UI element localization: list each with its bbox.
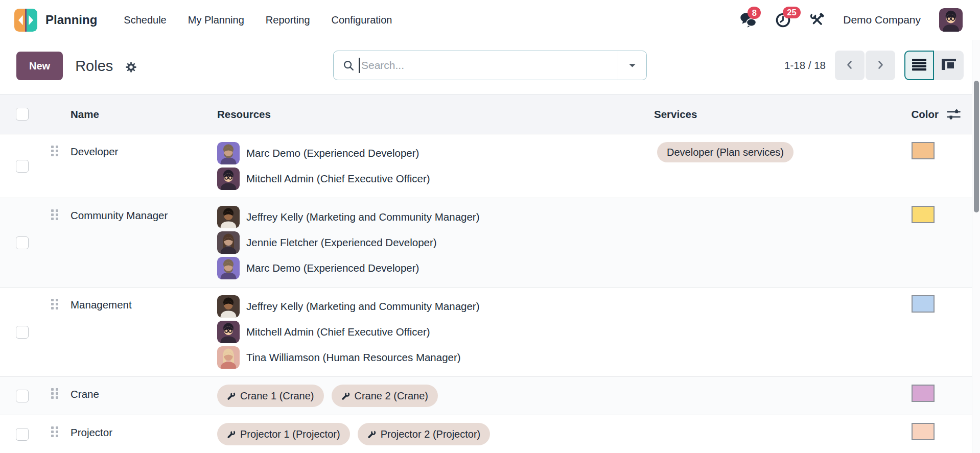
activities-icon[interactable]: 25 (775, 12, 791, 28)
drag-handle-icon[interactable] (51, 146, 58, 156)
header-services[interactable]: Services (654, 108, 907, 121)
tag-label: Crane 1 (Crane) (240, 390, 314, 402)
wrench-icon (227, 430, 236, 439)
row-checkbox[interactable] (16, 236, 29, 249)
control-panel: New Roles (0, 40, 980, 94)
avatar (217, 257, 240, 279)
row-checkbox[interactable] (16, 160, 29, 173)
company-switcher[interactable]: Demo Company (843, 14, 921, 26)
scrollbar-thumb[interactable] (974, 81, 979, 212)
breadcrumb-title: Roles (75, 58, 113, 75)
row-checkbox[interactable] (16, 326, 29, 339)
top-navbar: Planning Schedule My Planning Reporting … (0, 0, 980, 40)
user-avatar[interactable] (939, 8, 963, 32)
avatar (217, 231, 240, 254)
role-name: Crane (71, 388, 99, 400)
resource-line: Tina Williamson (Human Resources Manager… (217, 346, 654, 369)
resource-line: Projector 1 (Projector)Projector 2 (Proj… (217, 423, 654, 445)
services-cell (654, 206, 907, 279)
resource-line: Marc Demo (Experienced Developer) (217, 142, 654, 164)
kanban-view-icon (941, 58, 956, 73)
table-body: Developer Marc Demo (Experienced Develop… (0, 134, 972, 453)
color-swatch (912, 423, 935, 440)
drag-handle-icon[interactable] (51, 426, 58, 437)
row-checkbox[interactable] (16, 428, 29, 441)
drag-handle-icon[interactable] (51, 388, 58, 399)
role-name: Developer (71, 146, 118, 157)
menu-reporting[interactable]: Reporting (266, 14, 310, 26)
header-resources[interactable]: Resources (217, 108, 654, 121)
resource-line: Jennie Fletcher (Experienced Developer) (217, 231, 654, 254)
resource-line: Mitchell Admin (Chief Executive Officer) (217, 168, 654, 190)
material-resource-tag: Crane 1 (Crane) (217, 385, 324, 407)
avatar (217, 321, 240, 343)
drag-handle-icon[interactable] (51, 209, 58, 220)
resource-name: Tina Williamson (Human Resources Manager… (246, 351, 461, 364)
service-tag: Developer (Plan services) (657, 142, 794, 162)
caret-down-icon (628, 61, 636, 70)
app-name[interactable]: Planning (45, 13, 97, 27)
pager-value[interactable]: 1-18 / 18 (784, 59, 826, 71)
resource-line: Crane 1 (Crane)Crane 2 (Crane) (217, 385, 654, 407)
tag-label: Crane 2 (Crane) (355, 390, 429, 402)
avatar (217, 295, 240, 318)
resource-line: Jeffrey Kelly (Marketing and Community M… (217, 206, 654, 228)
avatar (217, 346, 240, 369)
header-color[interactable]: Color (911, 108, 939, 121)
list-view-button[interactable] (904, 51, 934, 80)
table-row[interactable]: Developer Marc Demo (Experienced Develop… (0, 134, 972, 198)
resource-name: Mitchell Admin (Chief Executive Officer) (246, 326, 430, 338)
menu-my-planning[interactable]: My Planning (188, 14, 244, 26)
gear-icon[interactable] (125, 61, 137, 73)
scrollbar[interactable] (972, 40, 980, 453)
resource-name: Mitchell Admin (Chief Executive Officer) (246, 173, 430, 185)
tag-label: Developer (Plan services) (667, 147, 784, 158)
new-button[interactable]: New (16, 52, 63, 80)
role-name: Community Manager (71, 209, 168, 221)
header-name[interactable]: Name (71, 108, 217, 121)
search-options-toggle[interactable] (618, 51, 646, 80)
search-bar (333, 51, 647, 80)
color-swatch (912, 142, 935, 159)
wrench-icon (227, 392, 236, 400)
chevron-left-icon (844, 59, 856, 73)
sliders-icon[interactable] (947, 108, 961, 121)
pager-previous-button[interactable] (835, 51, 865, 80)
color-swatch (912, 206, 935, 223)
material-resource-tag: Crane 2 (Crane) (332, 385, 438, 407)
role-name: Management (71, 299, 132, 311)
menu-configuration[interactable]: Configuration (332, 14, 392, 26)
view-switcher (904, 51, 964, 80)
chevron-right-icon (874, 59, 886, 73)
resource-name: Jeffrey Kelly (Marketing and Community M… (246, 300, 480, 313)
row-checkbox[interactable] (16, 390, 29, 402)
table-row[interactable]: Management Jeffrey Kelly (Marketing and … (0, 288, 972, 377)
messages-icon[interactable]: 8 (740, 12, 757, 28)
planning-app-logo-icon[interactable] (14, 9, 37, 32)
kanban-view-button[interactable] (934, 51, 964, 80)
table-header: Name Resources Services Color (0, 94, 972, 134)
tag-label: Projector 1 (Projector) (240, 428, 340, 440)
material-resource-tag: Projector 1 (Projector) (217, 423, 350, 445)
systray: 8 25 Demo Company (740, 8, 963, 32)
search-input[interactable] (360, 59, 618, 71)
resource-line: Mitchell Admin (Chief Executive Officer) (217, 321, 654, 343)
services-cell (654, 385, 907, 407)
messages-badge: 8 (748, 7, 761, 19)
table-row[interactable]: Crane Crane 1 (Crane)Crane 2 (Crane) (0, 377, 972, 415)
avatar (217, 206, 240, 228)
resource-name: Jeffrey Kelly (Marketing and Community M… (246, 211, 480, 223)
pager-next-button[interactable] (866, 51, 895, 80)
role-name: Projector (71, 426, 112, 438)
table-row[interactable]: Community Manager Jeffrey Kelly (Marketi… (0, 198, 972, 288)
services-cell: Developer (Plan services) (654, 142, 907, 190)
select-all-checkbox[interactable] (16, 108, 29, 121)
tools-icon[interactable] (809, 12, 825, 28)
wrench-icon (341, 392, 350, 400)
drag-handle-icon[interactable] (51, 299, 58, 309)
table-row[interactable]: Projector Projector 1 (Projector)Project… (0, 415, 972, 453)
color-swatch (912, 295, 935, 313)
services-cell (654, 295, 907, 369)
menu-schedule[interactable]: Schedule (124, 14, 166, 26)
list-view-icon (912, 58, 927, 73)
